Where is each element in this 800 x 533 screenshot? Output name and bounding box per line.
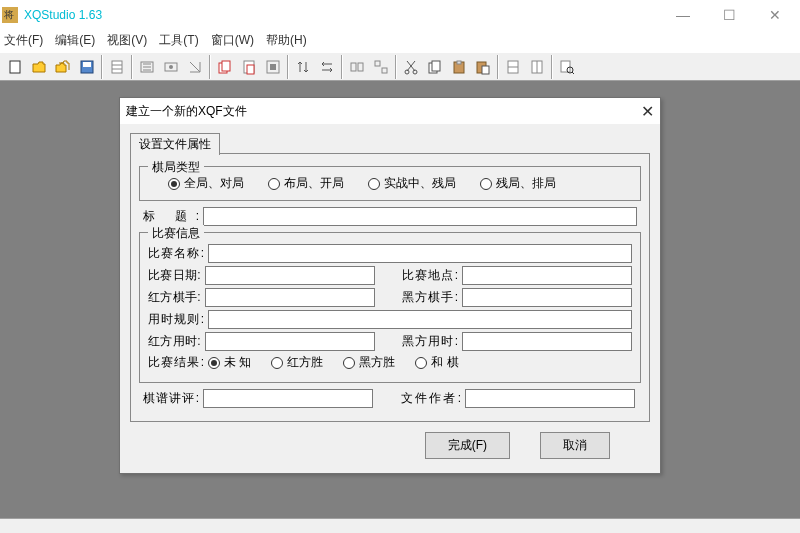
svg-rect-16: [375, 61, 380, 66]
radio-icon: [208, 357, 220, 369]
menu-bar: 文件(F) 编辑(E) 视图(V) 工具(T) 窗口(W) 帮助(H): [0, 30, 800, 52]
open-multi-icon[interactable]: [51, 55, 75, 79]
svg-rect-15: [358, 63, 363, 71]
svg-rect-21: [432, 61, 440, 71]
app-icon: [2, 7, 18, 23]
new-icon[interactable]: [3, 55, 27, 79]
menu-window[interactable]: 窗口(W): [211, 32, 254, 49]
result-option-redwin[interactable]: 红方胜: [271, 354, 323, 371]
gametype-option-opening[interactable]: 布局、开局: [268, 175, 344, 192]
tool-icon[interactable]: [261, 55, 285, 79]
swap-icon[interactable]: [291, 55, 315, 79]
tool-icon[interactable]: [135, 55, 159, 79]
match-name-input[interactable]: [208, 244, 632, 263]
toolbar-separator: [497, 55, 499, 79]
gametype-option-full[interactable]: 全局、对局: [168, 175, 244, 192]
minimize-button[interactable]: —: [660, 0, 706, 30]
finish-button[interactable]: 完成(F): [425, 432, 510, 459]
title-bar: XQStudio 1.63 — ☐ ✕: [0, 0, 800, 30]
menu-edit[interactable]: 编辑(E): [55, 32, 95, 49]
status-bar: [0, 518, 800, 533]
cut-icon[interactable]: [399, 55, 423, 79]
toolbar-separator: [395, 55, 397, 79]
radio-icon: [415, 357, 427, 369]
result-option-blackwin[interactable]: 黑方胜: [343, 354, 395, 371]
result-option-unknown[interactable]: 未 知: [208, 354, 251, 371]
dialog-title: 建立一个新的XQF文件: [126, 103, 247, 120]
match-place-label: 比赛地点:: [402, 267, 458, 284]
match-date-input[interactable]: [205, 266, 375, 285]
swap-icon[interactable]: [315, 55, 339, 79]
window-controls: — ☐ ✕: [660, 0, 798, 30]
tool-icon[interactable]: [183, 55, 207, 79]
save-icon[interactable]: [75, 55, 99, 79]
open-icon[interactable]: [27, 55, 51, 79]
menu-view[interactable]: 视图(V): [107, 32, 147, 49]
commentary-input[interactable]: [203, 389, 373, 408]
toolbar-separator: [287, 55, 289, 79]
match-date-label: 比赛日期:: [148, 267, 201, 284]
time-rule-input[interactable]: [208, 310, 632, 329]
svg-rect-10: [222, 61, 230, 71]
svg-rect-17: [382, 68, 387, 73]
toolbar-separator: [341, 55, 343, 79]
app-title: XQStudio 1.63: [24, 8, 102, 22]
matchinfo-legend: 比赛信息: [148, 225, 204, 242]
gametype-option-endgame[interactable]: 残局、排局: [480, 175, 556, 192]
red-time-label: 红方用时:: [148, 333, 201, 350]
tab-file-properties[interactable]: 设置文件属性: [130, 133, 220, 155]
board-icon[interactable]: [105, 55, 129, 79]
tool-icon[interactable]: [159, 55, 183, 79]
red-player-label: 红方棋手:: [148, 289, 201, 306]
search-icon[interactable]: [555, 55, 579, 79]
black-player-input[interactable]: [462, 288, 632, 307]
paste-icon[interactable]: [447, 55, 471, 79]
toolbar-separator: [551, 55, 553, 79]
copy-board-icon[interactable]: [213, 55, 237, 79]
menu-help[interactable]: 帮助(H): [266, 32, 307, 49]
author-input[interactable]: [465, 389, 635, 408]
svg-rect-0: [10, 61, 20, 73]
black-time-input[interactable]: [462, 332, 632, 351]
tool-icon[interactable]: [525, 55, 549, 79]
match-place-input[interactable]: [462, 266, 632, 285]
black-time-label: 黑方用时:: [402, 333, 458, 350]
svg-rect-25: [482, 66, 489, 74]
svg-rect-14: [351, 63, 356, 71]
close-icon[interactable]: ✕: [641, 102, 654, 121]
tool-icon[interactable]: [345, 55, 369, 79]
menu-tool[interactable]: 工具(T): [159, 32, 198, 49]
dialog-titlebar: 建立一个新的XQF文件 ✕: [120, 98, 660, 124]
title-label: 标 题:: [143, 208, 199, 225]
tool-icon[interactable]: [369, 55, 393, 79]
gametype-option-midend[interactable]: 实战中、残局: [368, 175, 456, 192]
paste-special-icon[interactable]: [471, 55, 495, 79]
tool-icon[interactable]: [501, 55, 525, 79]
black-player-label: 黑方棋手:: [402, 289, 458, 306]
new-file-dialog: 建立一个新的XQF文件 ✕ 设置文件属性 棋局类型 全局、对局 布局、开局 实战…: [119, 97, 661, 474]
radio-icon: [268, 178, 280, 190]
menu-file[interactable]: 文件(F): [4, 32, 43, 49]
red-player-input[interactable]: [205, 288, 375, 307]
cancel-button[interactable]: 取消: [540, 432, 610, 459]
author-label: 文件作者:: [401, 390, 461, 407]
svg-rect-3: [112, 61, 122, 73]
copy-icon[interactable]: [423, 55, 447, 79]
svg-rect-23: [457, 61, 461, 64]
radio-icon: [271, 357, 283, 369]
match-name-label: 比赛名称:: [148, 245, 204, 262]
maximize-button[interactable]: ☐: [706, 0, 752, 30]
matchinfo-group: 比赛信息 比赛名称: 比赛日期: 比赛地点: 红方棋手: 黑方棋手: 用时规则:…: [139, 232, 641, 383]
radio-icon: [368, 178, 380, 190]
toolbar: [0, 52, 800, 81]
result-option-draw[interactable]: 和 棋: [415, 354, 458, 371]
paste-board-icon[interactable]: [237, 55, 261, 79]
result-label: 比赛结果:: [148, 354, 204, 371]
toolbar-separator: [209, 55, 211, 79]
time-rule-label: 用时规则:: [148, 311, 204, 328]
title-input[interactable]: [203, 207, 637, 226]
close-button[interactable]: ✕: [752, 0, 798, 30]
gametype-group: 棋局类型 全局、对局 布局、开局 实战中、残局 残局、排局: [139, 166, 641, 201]
red-time-input[interactable]: [205, 332, 375, 351]
toolbar-separator: [101, 55, 103, 79]
